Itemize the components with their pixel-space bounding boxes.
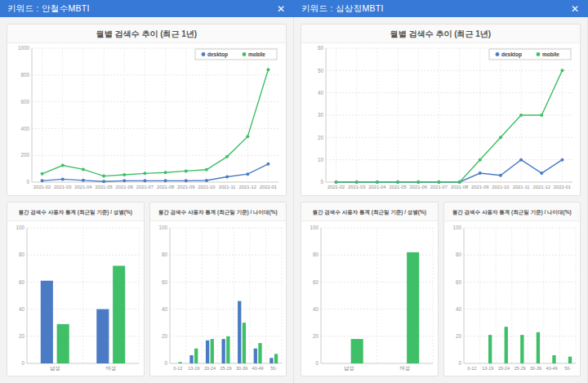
svg-text:0: 0 [458, 360, 461, 366]
svg-text:100: 100 [158, 225, 167, 230]
svg-text:2021-07: 2021-07 [136, 185, 154, 189]
svg-text:800: 800 [20, 72, 29, 78]
trend-chart-title: 월별 검색수 추이 (최근 1년) [7, 24, 286, 43]
svg-text:400: 400 [20, 126, 29, 131]
close-icon[interactable]: ✕ [275, 3, 287, 15]
panel-keyword-title: 키워드 : 안철수MBTI [7, 3, 275, 15]
svg-text:40: 40 [19, 306, 25, 312]
gender-bar-chart[interactable]: 020406080100남성여성 [7, 221, 144, 375]
svg-text:2021-06: 2021-06 [410, 185, 427, 189]
svg-text:20: 20 [161, 333, 167, 339]
age-chart-card: 월간 검색수 사용자 통계 (최근일 기준) / 나이대(%) 02040608… [443, 202, 581, 376]
svg-text:0: 0 [315, 360, 318, 366]
svg-text:2021-11: 2021-11 [513, 185, 530, 189]
svg-text:20: 20 [19, 333, 25, 339]
trend-line-chart[interactable]: 01020304050602021-022021-032021-042021-0… [301, 43, 581, 194]
panel-header: 키워드 : 심상정MBTI ✕ [294, 0, 588, 17]
svg-text:20: 20 [313, 333, 319, 339]
svg-text:2021-02: 2021-02 [327, 185, 345, 189]
svg-text:100: 100 [310, 225, 318, 230]
svg-text:2021-06: 2021-06 [116, 185, 133, 189]
stats-row: 월간 검색수 사용자 통계 (최근일 기준) / 성별(%) 020406080… [301, 202, 581, 376]
svg-text:200: 200 [20, 152, 29, 158]
svg-text:2021-03: 2021-03 [348, 185, 365, 189]
svg-text:남성: 남성 [50, 365, 60, 372]
svg-text:100: 100 [16, 225, 24, 230]
svg-text:1000: 1000 [18, 45, 30, 51]
svg-text:0: 0 [26, 179, 29, 185]
svg-text:2021-05: 2021-05 [95, 185, 112, 189]
svg-text:2021-09: 2021-09 [471, 185, 488, 189]
svg-text:40-49: 40-49 [252, 366, 263, 371]
svg-text:2021-02: 2021-02 [33, 185, 51, 189]
svg-text:60: 60 [161, 279, 167, 285]
svg-text:30-39: 30-39 [236, 366, 247, 371]
svg-text:2021-11: 2021-11 [219, 185, 236, 189]
svg-text:13-19: 13-19 [188, 366, 199, 371]
svg-text:50-: 50- [564, 366, 571, 371]
svg-text:80: 80 [161, 252, 167, 257]
svg-text:40: 40 [161, 306, 167, 312]
trend-chart-card: 월별 검색수 추이 (최근 1년) 020040060080010002021-… [7, 24, 287, 196]
keyword-panel-right: 키워드 : 심상정MBTI ✕ 월별 검색수 추이 (최근 1년) 010203… [294, 0, 588, 383]
svg-text:50-: 50- [270, 366, 277, 371]
gender-bar-chart[interactable]: 020406080100남성여성 [301, 221, 438, 375]
svg-text:2021-07: 2021-07 [430, 185, 448, 189]
svg-text:2022-01: 2022-01 [260, 185, 277, 189]
svg-text:0-12: 0-12 [467, 366, 476, 371]
svg-text:0: 0 [21, 360, 24, 366]
svg-text:mobile: mobile [248, 51, 265, 57]
svg-text:20: 20 [318, 135, 324, 140]
svg-text:2021-03: 2021-03 [54, 185, 71, 189]
svg-text:2021-10: 2021-10 [198, 185, 215, 189]
age-chart-card: 월간 검색수 사용자 통계 (최근일 기준) / 나이대(%) 02040608… [149, 202, 287, 376]
svg-text:2021-12: 2021-12 [533, 185, 550, 189]
svg-text:20-24: 20-24 [203, 366, 215, 371]
svg-text:40: 40 [318, 90, 324, 96]
svg-text:60: 60 [313, 279, 319, 285]
svg-text:20: 20 [455, 333, 461, 339]
svg-text:80: 80 [455, 252, 461, 257]
svg-text:50: 50 [318, 68, 324, 73]
svg-text:2022-01: 2022-01 [554, 185, 571, 189]
keyword-panel-left: 키워드 : 안철수MBTI ✕ 월별 검색수 추이 (최근 1년) 020040… [0, 0, 294, 383]
panel-body: 월별 검색수 추이 (최근 1년) 020040060080010002021-… [0, 17, 294, 383]
svg-text:2021-08: 2021-08 [157, 185, 174, 189]
svg-text:30-39: 30-39 [530, 366, 541, 371]
gender-chart-title: 월간 검색수 사용자 통계 (최근일 기준) / 성별(%) [7, 203, 144, 221]
age-bar-chart[interactable]: 0204060801000-1213-1920-2425-2930-3940-4… [150, 221, 287, 375]
svg-text:2021-08: 2021-08 [451, 185, 468, 189]
svg-text:25-29: 25-29 [220, 366, 231, 371]
keyword-compare-view: 키워드 : 안철수MBTI ✕ 월별 검색수 추이 (최근 1년) 020040… [0, 0, 588, 383]
svg-text:0-12: 0-12 [173, 366, 182, 371]
gender-chart-card: 월간 검색수 사용자 통계 (최근일 기준) / 성별(%) 020406080… [301, 202, 439, 376]
svg-text:80: 80 [19, 252, 25, 257]
svg-text:남성: 남성 [344, 365, 354, 372]
svg-text:desktop: desktop [207, 51, 228, 58]
svg-text:2021-05: 2021-05 [389, 185, 406, 189]
svg-text:60: 60 [19, 279, 25, 285]
svg-text:40-49: 40-49 [546, 366, 557, 371]
svg-text:2021-04: 2021-04 [74, 185, 92, 189]
svg-text:0: 0 [164, 360, 167, 366]
trend-chart-title: 월별 검색수 추이 (최근 1년) [301, 24, 580, 43]
svg-text:여성: 여성 [105, 365, 116, 372]
svg-text:40: 40 [455, 306, 461, 312]
age-chart-title: 월간 검색수 사용자 통계 (최근일 기준) / 나이대(%) [444, 203, 581, 221]
svg-text:25-29: 25-29 [514, 366, 525, 371]
age-chart-title: 월간 검색수 사용자 통계 (최근일 기준) / 나이대(%) [150, 203, 287, 221]
svg-text:30: 30 [318, 112, 324, 118]
svg-text:2021-09: 2021-09 [177, 185, 194, 189]
stats-row: 월간 검색수 사용자 통계 (최근일 기준) / 성별(%) 020406080… [7, 202, 287, 376]
svg-text:desktop: desktop [501, 51, 522, 58]
age-bar-chart[interactable]: 0204060801000-1213-1920-2425-2930-3940-4… [444, 221, 581, 375]
close-icon[interactable]: ✕ [569, 3, 581, 15]
svg-text:2021-12: 2021-12 [239, 185, 256, 189]
svg-text:0: 0 [320, 179, 323, 185]
trend-line-chart[interactable]: 020040060080010002021-022021-032021-0420… [7, 43, 287, 194]
panel-header: 키워드 : 안철수MBTI ✕ [0, 0, 294, 17]
svg-text:600: 600 [20, 99, 29, 105]
gender-chart-title: 월간 검색수 사용자 통계 (최근일 기준) / 성별(%) [301, 203, 438, 221]
svg-text:100: 100 [452, 225, 461, 230]
svg-text:2021-10: 2021-10 [492, 185, 509, 189]
